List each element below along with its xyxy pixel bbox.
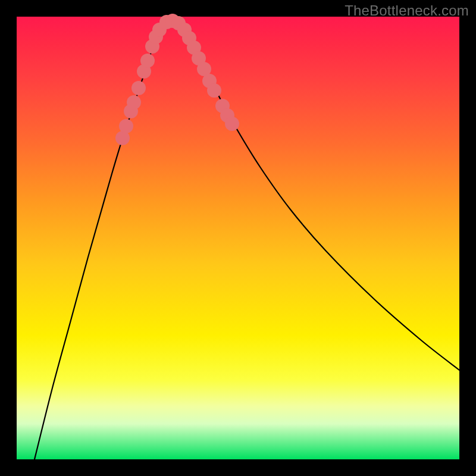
chart-area [17, 17, 459, 459]
bottleneck-curve [35, 20, 459, 459]
highlight-dot [131, 81, 146, 95]
highlight-dots-group [115, 14, 239, 145]
highlight-dot [119, 119, 133, 133]
highlight-dot [140, 54, 155, 68]
highlight-dot [207, 83, 221, 98]
curve-svg [17, 17, 459, 459]
highlight-dot [127, 95, 141, 109]
highlight-dot [225, 117, 239, 131]
outer-frame: TheBottleneck.com [0, 0, 476, 476]
